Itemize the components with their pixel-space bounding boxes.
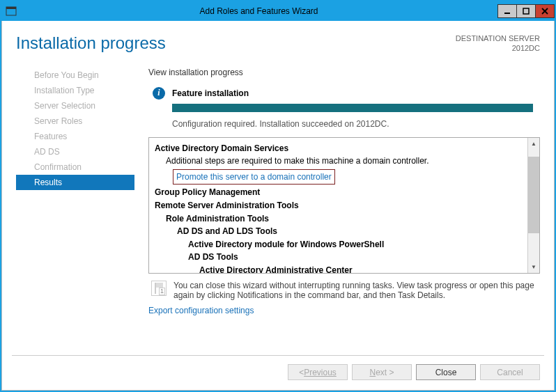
adds-heading: Active Directory Domain Services	[155, 142, 522, 155]
progress-fill	[172, 104, 533, 112]
flag-icon: 1	[151, 281, 167, 296]
adlds-heading: AD DS and AD LDS Tools	[177, 225, 522, 238]
minimize-button[interactable]	[497, 4, 517, 18]
sidebar-item-installation-type: Installation Type	[16, 83, 134, 98]
scroll-thumb[interactable]	[528, 157, 539, 233]
info-icon: i	[153, 87, 165, 100]
gpm-heading: Group Policy Management	[155, 186, 522, 199]
promote-link[interactable]: Promote this server to a domain controll…	[173, 169, 335, 185]
maximize-button[interactable]	[516, 4, 536, 18]
header-row: Installation progress DESTINATION SERVER…	[16, 33, 540, 54]
sidebar-item-features: Features	[16, 129, 134, 144]
app-icon	[6, 6, 17, 17]
titlebar-left	[1, 6, 20, 17]
close-button[interactable]: Close	[416, 364, 476, 380]
destination-value: 2012DC	[456, 43, 540, 53]
previous-button: < Previous	[288, 364, 348, 380]
rsat-heading: Remote Server Administration Tools	[155, 199, 522, 212]
feature-title: Feature installation	[172, 88, 249, 98]
admodule: Active Directory module for Windows Powe…	[188, 238, 522, 251]
client-area: Installation progress DESTINATION SERVER…	[1, 21, 555, 391]
sidebar-item-confirmation: Confirmation	[16, 159, 134, 175]
addstools: AD DS Tools	[188, 251, 522, 264]
note-row: 1 You can close this wizard without inte…	[148, 281, 540, 300]
body-row: Before You Begin Installation Type Serve…	[16, 68, 540, 355]
results-content: Active Directory Domain Services Additio…	[149, 138, 527, 273]
scroll-up-icon[interactable]: ▲	[528, 138, 539, 150]
sidebar-item-server-roles: Server Roles	[16, 113, 134, 129]
svg-rect-1	[6, 7, 16, 9]
svg-rect-3	[523, 8, 529, 14]
destination-block: DESTINATION SERVER 2012DC	[456, 33, 540, 54]
results-box: Active Directory Domain Services Additio…	[148, 137, 540, 274]
button-bar: < Previous Next > Close Cancel	[12, 355, 544, 390]
progress-bar	[172, 104, 533, 112]
page-title: Installation progress	[16, 33, 166, 53]
next-button: Next >	[352, 364, 412, 380]
view-progress-label: View installation progress	[148, 68, 540, 77]
sidebar: Before You Begin Installation Type Serve…	[16, 68, 134, 355]
destination-label: DESTINATION SERVER	[456, 33, 540, 43]
sidebar-item-ad-ds: AD DS	[16, 144, 134, 159]
main-panel: View installation progress i Feature ins…	[134, 68, 540, 355]
window-controls	[498, 4, 555, 18]
note-text: You can close this wizard without interr…	[173, 281, 540, 300]
sidebar-item-server-selection: Server Selection	[16, 98, 134, 113]
sidebar-item-results[interactable]: Results	[16, 175, 134, 190]
wizard-window: Add Roles and Features Wizard Installati…	[0, 0, 556, 392]
scroll-down-icon[interactable]: ▼	[528, 261, 539, 273]
adac: Active Directory Administrative Center	[199, 264, 522, 273]
sidebar-item-before-you-begin: Before You Begin	[16, 68, 134, 83]
cancel-button: Cancel	[480, 364, 540, 380]
flag-count: 1	[159, 288, 165, 295]
window-title: Add Roles and Features Wizard	[20, 6, 498, 16]
feature-row: i Feature installation	[148, 87, 540, 100]
rat-heading: Role Administration Tools	[166, 212, 522, 226]
adds-subtext: Additional steps are required to make th…	[166, 155, 522, 168]
export-settings-link[interactable]: Export configuration settings	[148, 306, 540, 315]
titlebar[interactable]: Add Roles and Features Wizard	[1, 1, 555, 21]
status-text: Configuration required. Installation suc…	[172, 119, 540, 129]
results-scrollbar[interactable]: ▲ ▼	[527, 138, 539, 273]
window-close-button[interactable]	[535, 4, 555, 18]
